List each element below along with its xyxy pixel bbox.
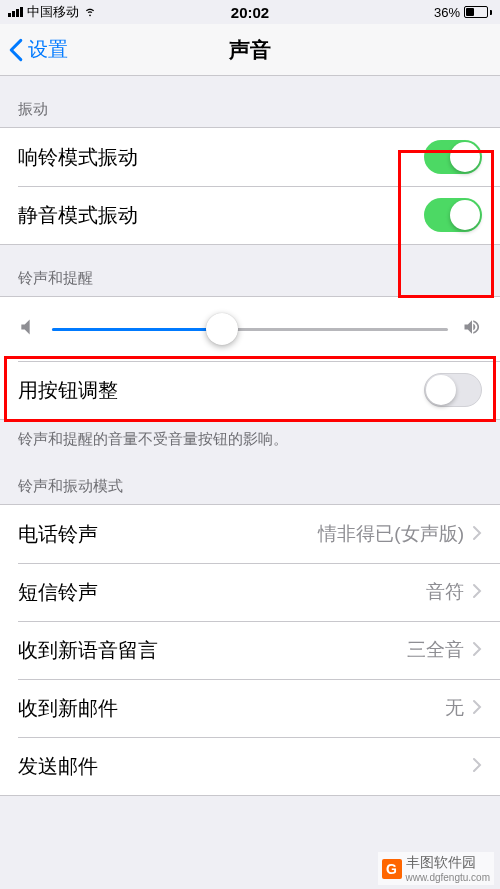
section-header-ringer: 铃声和提醒 xyxy=(0,245,500,296)
volume-slider[interactable] xyxy=(52,314,448,344)
section-header-patterns: 铃声和振动模式 xyxy=(0,453,500,504)
sent-mail-row[interactable]: 发送邮件 xyxy=(0,737,500,795)
clock: 20:02 xyxy=(169,4,330,21)
volume-low-icon xyxy=(18,317,38,342)
watermark: G 丰图软件园 www.dgfengtu.com xyxy=(378,852,495,885)
ring-vibrate-row: 响铃模式振动 xyxy=(0,128,500,186)
chevron-right-icon xyxy=(472,755,482,778)
watermark-brand: 丰图软件园 xyxy=(406,854,476,870)
voicemail-value: 三全音 xyxy=(407,637,464,663)
back-label: 设置 xyxy=(28,36,68,63)
volume-slider-row xyxy=(0,297,500,361)
button-adjust-label: 用按钮调整 xyxy=(18,377,424,404)
sent-mail-label: 发送邮件 xyxy=(18,753,464,780)
silent-vibrate-toggle[interactable] xyxy=(424,198,482,232)
carrier-label: 中国移动 xyxy=(27,3,79,21)
status-bar: 中国移动 20:02 36% xyxy=(0,0,500,24)
chevron-left-icon xyxy=(8,38,24,62)
silent-vibrate-label: 静音模式振动 xyxy=(18,202,424,229)
chevron-right-icon xyxy=(472,639,482,662)
section-header-vibrate: 振动 xyxy=(0,76,500,127)
texttone-row[interactable]: 短信铃声 音符 xyxy=(0,563,500,621)
chevron-right-icon xyxy=(472,697,482,720)
button-adjust-row: 用按钮调整 xyxy=(0,361,500,419)
chevron-right-icon xyxy=(472,581,482,604)
ring-vibrate-label: 响铃模式振动 xyxy=(18,144,424,171)
button-adjust-toggle[interactable] xyxy=(424,373,482,407)
wifi-icon xyxy=(83,4,97,21)
ringtone-label: 电话铃声 xyxy=(18,521,318,548)
signal-icon xyxy=(8,7,23,17)
ringer-footer: 铃声和提醒的音量不受音量按钮的影响。 xyxy=(0,420,500,453)
ring-vibrate-toggle[interactable] xyxy=(424,140,482,174)
silent-vibrate-row: 静音模式振动 xyxy=(0,186,500,244)
ringtone-value: 情非得已(女声版) xyxy=(318,521,464,547)
volume-high-icon xyxy=(462,317,482,342)
ringtone-row[interactable]: 电话铃声 情非得已(女声版) xyxy=(0,505,500,563)
watermark-logo-icon: G xyxy=(382,859,402,879)
navigation-bar: 设置 声音 xyxy=(0,24,500,76)
new-mail-row[interactable]: 收到新邮件 无 xyxy=(0,679,500,737)
back-button[interactable]: 设置 xyxy=(0,36,68,63)
chevron-right-icon xyxy=(472,523,482,546)
watermark-url: www.dgfengtu.com xyxy=(406,872,491,883)
battery-icon xyxy=(464,6,492,18)
new-mail-label: 收到新邮件 xyxy=(18,695,445,722)
voicemail-label: 收到新语音留言 xyxy=(18,637,407,664)
new-mail-value: 无 xyxy=(445,695,464,721)
texttone-label: 短信铃声 xyxy=(18,579,426,606)
battery-percent: 36% xyxy=(434,5,460,20)
texttone-value: 音符 xyxy=(426,579,464,605)
voicemail-row[interactable]: 收到新语音留言 三全音 xyxy=(0,621,500,679)
page-title: 声音 xyxy=(0,36,500,64)
